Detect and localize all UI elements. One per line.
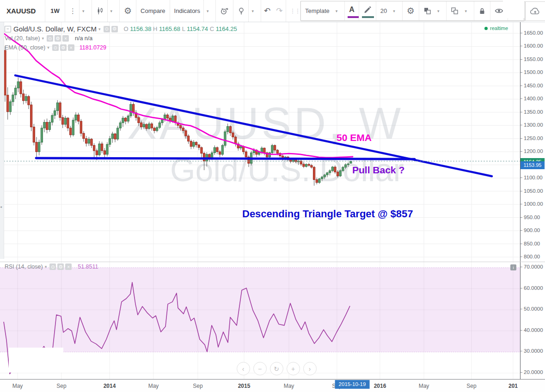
ema-label[interactable]: EMA (50, close) [5, 44, 45, 51]
symbol-title-caret[interactable]: ▾ [98, 27, 101, 31]
trading-platform-window: XAUUSD 1W ⋮ ▾ ▾ ⚙ Compare Indicators ▾ [0, 0, 545, 392]
realtime-dot-icon [484, 27, 488, 30]
symbol-gear-icon[interactable]: ⚙ [111, 26, 118, 32]
volume-close-icon[interactable]: × [62, 35, 69, 42]
price-axis-label: 1000.00 [524, 201, 543, 207]
zoom-in-button[interactable]: + [287, 362, 300, 375]
ideas-caret[interactable]: ▾ [248, 0, 257, 22]
send-backward-icon [451, 7, 459, 15]
drawing-properties-button[interactable]: ⚙ [403, 1, 419, 20]
pane-info-icon[interactable]: i [510, 264, 516, 270]
volume-caret[interactable]: ▾ [42, 36, 44, 41]
annotation-pull-back[interactable]: Pull Back ? [352, 165, 404, 176]
rsi-pane[interactable]: RSI (14, close) ▾ ⊙ ⚙ × 51.8511 i ‹−↻+› [0, 262, 520, 379]
realtime-label: realtime [490, 25, 508, 31]
price-axis[interactable]: 1650.001600.001550.001500.001450.001400.… [520, 22, 545, 262]
main-chart-legend: − Gold/U.S. Dollar, W, FXCM ▾ ⊙ ⚙ O 1156… [5, 24, 237, 52]
chart-type-caret[interactable]: ▾ [107, 0, 116, 22]
candlestick-chart-icon [96, 7, 104, 15]
save-chart-button[interactable] [525, 1, 545, 21]
compare-button[interactable]: Compare [136, 0, 170, 22]
pan-right-button[interactable]: › [303, 362, 317, 375]
toolbar-drag-grip[interactable]: ⋮⋮ [286, 0, 302, 22]
format-toolbar: Template ▾ A 20 ▾ ⚙ ▾ [300, 1, 524, 21]
collapse-legend-icon[interactable]: − [5, 26, 11, 32]
ema-gear-icon[interactable]: ⚙ [60, 44, 67, 51]
font-size-caret[interactable]: ▾ [390, 1, 398, 20]
price-axis-label: 1450.00 [524, 83, 543, 88]
rsi-close-icon[interactable]: × [65, 263, 72, 270]
interval-button[interactable]: 1W [45, 0, 65, 22]
time-axis-label: 201 [508, 383, 518, 389]
rsi-value: 51.8511 [78, 263, 98, 270]
rsi-gear-icon[interactable]: ⚙ [57, 263, 64, 270]
collapse-arrow-icon: ◂ [0, 205, 2, 209]
rsi-label[interactable]: RSI (14, close) [5, 263, 43, 270]
price-axis-label: 1550.00 [524, 56, 543, 62]
crosshair-date-badge: 2015-10-19 [335, 380, 370, 389]
properties-gear-icon: ⚙ [407, 6, 415, 16]
zoom-out-button[interactable]: − [253, 362, 267, 375]
send-backward-caret[interactable]: ▾ [462, 1, 470, 20]
ema-caret[interactable]: ▾ [47, 45, 49, 50]
time-axis-label: May [419, 383, 429, 389]
ideas-button[interactable]: ▾ [233, 0, 261, 22]
price-axis-label: 800.00 [524, 254, 540, 259]
rsi-axis-label: 20.0000 [524, 369, 543, 375]
annotation-50-ema[interactable]: 50 EMA [337, 132, 372, 143]
rsi-caret[interactable]: ▾ [45, 264, 47, 269]
pane-divider[interactable] [0, 262, 545, 262]
draw-color-button[interactable] [359, 1, 376, 20]
add-alert-button[interactable] [216, 0, 233, 22]
ema-value: 1181.0729 [80, 44, 106, 51]
time-axis-label: May [284, 383, 294, 389]
lock-drawings-button[interactable] [474, 1, 490, 20]
ema-close-icon[interactable]: × [68, 44, 74, 51]
redo-button[interactable]: ↷ [273, 0, 286, 22]
text-color-button[interactable]: A [345, 1, 359, 20]
reset-view-button[interactable]: ↻ [270, 362, 283, 375]
realtime-status: realtime [484, 25, 508, 31]
horizontal-support[interactable] [36, 158, 415, 159]
bring-forward-caret[interactable]: ▾ [435, 1, 442, 20]
main-chart-pane[interactable]: XAUUSD, WGold/U.S. Dollar − Gold/U.S. Do… [0, 22, 520, 262]
symbol-title[interactable]: Gold/U.S. Dollar, W, FXCM [13, 25, 97, 33]
price-axis-label: 1200.00 [524, 148, 543, 154]
volume-eye-icon[interactable]: ⊙ [47, 35, 53, 42]
time-axis[interactable]: MaySep2014MaySep2015MaySep2016MaySep2012… [0, 379, 545, 392]
redo-icon: ↷ [276, 6, 282, 16]
volume-label[interactable]: Vol (20, false) [5, 35, 40, 42]
time-axis-label: Sep [466, 383, 476, 389]
price-axis-label: 1650.00 [524, 30, 543, 36]
pan-left-button[interactable]: ‹ [237, 362, 250, 375]
volume-gear-icon[interactable]: ⚙ [55, 35, 61, 42]
symbol-eye-icon[interactable]: ⊙ [104, 26, 110, 32]
indicators-caret[interactable]: ▾ [203, 0, 212, 22]
interval-menu-button[interactable]: ⋮ ▾ [65, 0, 92, 22]
price-axis-label: 1350.00 [524, 109, 543, 115]
send-backward-button[interactable]: ▾ [447, 1, 474, 20]
text-color-swatch [348, 16, 359, 18]
undo-button[interactable]: ↶ [261, 0, 273, 22]
price-chart-canvas[interactable]: XAUUSD, WGold/U.S. Dollar [0, 22, 520, 262]
rsi-legend-row: RSI (14, close) ▾ ⊙ ⚙ × 51.8511 [5, 263, 98, 270]
rsi-eye-icon[interactable]: ⊙ [49, 263, 56, 270]
annotation-triangle-target[interactable]: Descending Triangle Target @ $857 [242, 208, 413, 220]
drawing-toolbar-collapsed[interactable]: ◂ [0, 22, 4, 259]
interval-dropdown-caret[interactable]: ▾ [79, 0, 87, 22]
font-size-button[interactable]: 20 ▾ [376, 1, 403, 20]
symbol-legend-row: − Gold/U.S. Dollar, W, FXCM ▾ ⊙ ⚙ O 1156… [5, 24, 237, 34]
rsi-axis[interactable]: 70.000060.000050.000040.000030.000020.00… [520, 262, 545, 379]
ema-eye-icon[interactable]: ⊙ [52, 44, 59, 51]
price-axis-label: 1250.00 [524, 135, 543, 141]
cloud-save-icon [530, 7, 541, 15]
chart-type-button[interactable]: ▾ [92, 0, 120, 22]
lock-icon [478, 7, 486, 15]
chart-properties-button[interactable]: ⚙ [120, 0, 136, 22]
indicators-button[interactable]: Indicators ▾ [170, 0, 216, 22]
symbol-button[interactable]: XAUUSD [0, 0, 45, 22]
alert-clock-plus-icon [220, 7, 229, 15]
bring-forward-button[interactable]: ▾ [419, 1, 447, 20]
template-caret[interactable]: ▾ [333, 1, 341, 20]
template-button[interactable]: Template ▾ [301, 1, 345, 20]
